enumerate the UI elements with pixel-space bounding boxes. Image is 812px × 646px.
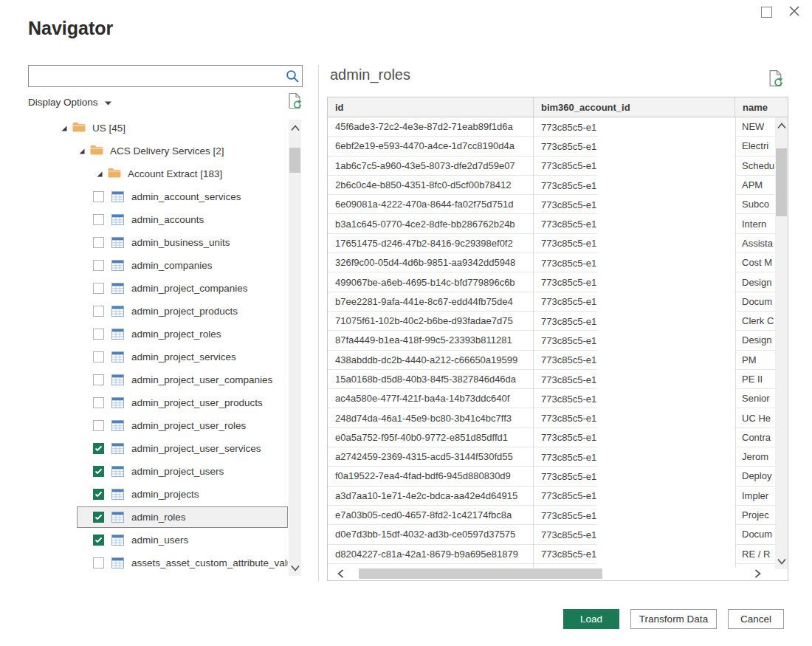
cancel-button[interactable]: Cancel [728, 609, 784, 629]
checkbox[interactable] [93, 466, 104, 477]
folder-icon [90, 145, 103, 157]
table-icon [111, 535, 124, 546]
display-options-dropdown[interactable]: Display Options [28, 97, 98, 108]
tree-item-admin_project_roles[interactable]: admin_project_roles [28, 323, 288, 346]
tree-item-label: admin_project_user_companies [131, 374, 272, 385]
tree-item-box[interactable]: admin_companies [77, 255, 288, 276]
checkbox[interactable] [93, 329, 104, 340]
checkbox[interactable] [93, 351, 104, 362]
tree-item-label: admin_project_users [131, 466, 224, 477]
maximize-button[interactable] [761, 7, 772, 18]
tree-item-box[interactable]: admin_account_services [77, 186, 288, 207]
table-icon [111, 512, 124, 523]
table-icon [111, 351, 124, 362]
checkbox[interactable] [93, 489, 104, 500]
tree-item-admin_accounts[interactable]: admin_accounts [28, 208, 288, 231]
table-row: 1ab6c7c5-a960-43e5-8073-dfe2d7d59e07773c… [328, 157, 788, 176]
tree-item-admin_project_user_companies[interactable]: admin_project_user_companies [28, 368, 288, 391]
tree-item-box[interactable]: admin_project_users [77, 461, 288, 482]
scrollbar-thumb[interactable] [776, 148, 787, 216]
column-header-bim360-account-id[interactable]: bim360_account_id [534, 97, 735, 117]
expand-arrow-icon[interactable] [96, 171, 103, 177]
tree-item-box[interactable]: admin_business_units [77, 232, 288, 253]
cell-id: e0a5a752-f95f-40b0-9772-e851d85dffd1 [328, 428, 534, 447]
scroll-down-icon[interactable] [775, 553, 788, 569]
expand-arrow-icon[interactable] [61, 126, 67, 131]
table-header-row: id bim360_account_id name [328, 97, 788, 117]
tree-item-admin_projects[interactable]: admin_projects [28, 483, 288, 506]
scroll-right-icon[interactable] [749, 568, 765, 579]
checkbox[interactable] [93, 191, 104, 202]
tree-item-box[interactable]: admin_accounts [77, 209, 288, 230]
checkbox[interactable] [93, 283, 104, 294]
checkbox[interactable] [93, 306, 104, 317]
tree-item-box[interactable]: admin_project_products [77, 300, 288, 322]
chevron-down-icon[interactable] [105, 95, 111, 109]
cell-id: ac4a580e-477f-421f-ba4a-14b73ddc640f [328, 389, 534, 408]
table-row: 2b6c0c4e-b850-4351-8fc0-d5cf00b78412773c… [328, 176, 788, 195]
tree-item-admin_project_companies[interactable]: admin_project_companies [28, 277, 288, 300]
checkbox[interactable] [93, 374, 104, 385]
scroll-down-icon[interactable] [289, 560, 301, 576]
tree-item-label: admin_users [131, 535, 188, 546]
preview-vertical-scrollbar[interactable] [775, 117, 788, 569]
tree-item-box[interactable]: admin_users [77, 529, 288, 551]
tree-item-admin_project_user_products[interactable]: admin_project_user_products [28, 391, 288, 414]
preview-horizontal-scrollbar[interactable] [332, 568, 765, 580]
tree-item-label: admin_account_services [131, 191, 241, 202]
scrollbar-thumb[interactable] [289, 148, 300, 173]
tree-folder-US-45-[interactable]: US [45] [28, 117, 288, 140]
expand-arrow-icon[interactable] [78, 148, 85, 154]
cell-id: 438abddb-dc2b-4440-a212-c66650a19599 [328, 351, 534, 370]
cell-id: d8204227-c81a-42a1-8679-b9a695e81879 [328, 545, 534, 564]
tree-item-admin_project_users[interactable]: admin_project_users [28, 460, 288, 483]
tree-item-box[interactable]: admin_project_services [77, 346, 288, 368]
checkbox[interactable] [93, 237, 104, 248]
scroll-up-icon[interactable] [775, 117, 788, 134]
tree-item-box[interactable]: admin_project_user_services [77, 438, 288, 459]
tree-item-box[interactable]: admin_projects [77, 484, 288, 505]
tree-item-admin_companies[interactable]: admin_companies [28, 254, 288, 277]
tree-item-admin_roles[interactable]: admin_roles [28, 506, 288, 529]
tree-item-box[interactable]: admin_project_user_roles [77, 415, 288, 436]
checkbox[interactable] [93, 443, 104, 454]
scroll-up-icon[interactable] [289, 120, 301, 136]
checkbox[interactable] [93, 535, 104, 546]
tree-item-admin_project_services[interactable]: admin_project_services [28, 346, 288, 368]
checkbox[interactable] [93, 557, 104, 568]
scroll-left-icon[interactable] [332, 568, 348, 579]
tree-folder-Account-Extract-183-[interactable]: Account Extract [183] [28, 162, 288, 185]
checkbox[interactable] [93, 512, 104, 523]
tree-item-admin_project_products[interactable]: admin_project_products [28, 300, 288, 323]
tree-item-admin_project_user_roles[interactable]: admin_project_user_roles [28, 414, 288, 437]
tree-item-assets_asset_custom_attribute_values[interactable]: assets_asset_custom_attribute_values [28, 551, 288, 574]
checkbox[interactable] [93, 397, 104, 408]
close-icon[interactable] [788, 4, 801, 21]
tree-item-box[interactable]: admin_project_user_products [77, 392, 288, 413]
tree-item-admin_users[interactable]: admin_users [28, 529, 288, 551]
column-header-id[interactable]: id [328, 97, 534, 117]
tree-item-box[interactable]: admin_project_user_companies [77, 369, 288, 391]
checkbox[interactable] [93, 420, 104, 431]
scrollbar-thumb[interactable] [359, 568, 602, 579]
scrollbar-track[interactable] [348, 568, 749, 579]
tree-item-box[interactable]: assets_asset_custom_attribute_values [77, 552, 288, 574]
column-header-name[interactable]: name [735, 97, 788, 117]
preview-refresh-icon[interactable] [768, 69, 784, 90]
checkbox[interactable] [93, 214, 104, 225]
load-button[interactable]: Load [563, 609, 619, 629]
tree-item-box[interactable]: admin_project_companies [77, 278, 288, 299]
tree-folder-ACS-Delivery-Services-2-[interactable]: ACS Delivery Services [2] [28, 140, 288, 162]
search-input[interactable] [29, 66, 283, 86]
refresh-icon[interactable] [287, 92, 303, 112]
checkbox[interactable] [93, 260, 104, 271]
tree-item-box[interactable]: admin_project_roles [77, 323, 288, 345]
search-icon[interactable] [283, 69, 302, 83]
tree-item-admin_account_services[interactable]: admin_account_services [28, 185, 288, 208]
tree-scrollbar[interactable] [289, 120, 301, 576]
tree-item-admin_project_user_services[interactable]: admin_project_user_services [28, 437, 288, 460]
transform-data-button[interactable]: Transform Data [630, 609, 717, 629]
cell-id: 71075f61-102b-40c2-b6be-d93fadae7d75 [328, 312, 534, 331]
tree-item-admin_business_units[interactable]: admin_business_units [28, 231, 288, 254]
tree-item-selected-box[interactable]: admin_roles [77, 506, 288, 528]
